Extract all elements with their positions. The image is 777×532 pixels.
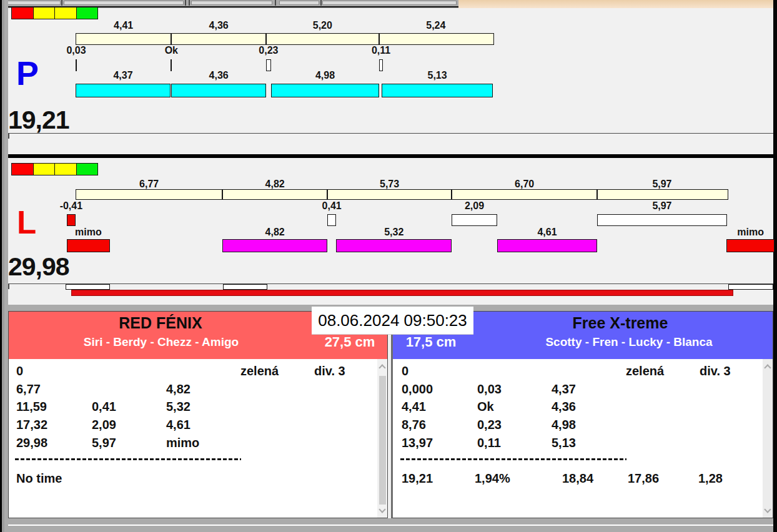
changeover-box	[597, 214, 727, 226]
status-light-cell	[12, 7, 34, 19]
plan-segment-label: 4,82	[244, 179, 306, 190]
run-segment-bar	[76, 84, 171, 97]
run-segment-label: mimo	[57, 227, 119, 238]
changeover-box	[266, 59, 271, 71]
run-segment-label: 4,98	[294, 70, 357, 81]
plan-segment-label: 5,73	[359, 179, 421, 190]
changeover-box	[452, 214, 497, 226]
plan-segment-label: 6,77	[118, 179, 181, 190]
run-segment-label: 5,32	[363, 227, 425, 238]
status-light-cell	[77, 164, 98, 175]
window-right-border	[773, 0, 777, 532]
run-segment-bar	[497, 239, 597, 252]
status-light-cell	[34, 164, 56, 175]
run-segment-bar	[222, 239, 327, 252]
changeover-label: 0,23	[237, 45, 300, 56]
status-lights-l	[11, 163, 98, 175]
panel-baseline-p	[8, 133, 773, 134]
elapsed-bar	[71, 290, 733, 296]
plan-bar-divider	[379, 33, 380, 45]
changeover-tick	[171, 59, 172, 71]
plan-bar-l	[76, 189, 728, 200]
changeover-tick	[76, 59, 77, 71]
plan-bar-divider	[327, 189, 328, 200]
plan-segment-label: 5,24	[405, 20, 467, 31]
changeover-label: 0,11	[350, 45, 412, 56]
background-tick	[189, 0, 190, 6]
changeover-label: 0,03	[45, 45, 107, 56]
run-segment-bar	[171, 84, 266, 97]
timeline-mark	[728, 284, 773, 290]
datetime-box: 08.06.2024 09:50:23	[312, 307, 473, 335]
timeline-mark	[66, 284, 110, 290]
background-window-fragment	[279, 1, 319, 5]
background-window-fragment	[191, 1, 272, 5]
lane-letter-l: L	[17, 207, 36, 239]
plan-segment-label: 6,70	[493, 179, 556, 190]
plan-segment-label: 5,97	[631, 179, 693, 190]
run-segment-label: 4,82	[244, 227, 306, 238]
status-light-cell	[34, 7, 56, 19]
plan-bar-divider	[451, 189, 452, 200]
plan-segment-label: 4,41	[92, 20, 155, 31]
run-segment-bar	[726, 239, 774, 252]
timeline-mark	[223, 284, 267, 290]
plan-bar-p	[76, 33, 494, 45]
background-window-tan	[458, 0, 773, 8]
background-tick	[275, 0, 276, 6]
background-tick	[320, 0, 322, 6]
status-light-cell	[55, 7, 77, 19]
run-segment-label: 4,37	[92, 70, 154, 81]
plan-bar-divider	[265, 33, 267, 45]
background-window-fragment	[64, 1, 184, 5]
changeover-label: 2,09	[443, 200, 506, 212]
run-segment-label: 5,13	[406, 70, 468, 81]
panel-baseline-l	[8, 283, 773, 284]
panel-baseline-tick	[8, 284, 9, 289]
team-panel-border	[391, 311, 773, 518]
panel-baseline-tick	[8, 134, 9, 139]
changeover-label: Ok	[140, 45, 202, 56]
run-segment-label: 4,61	[516, 227, 578, 238]
total-time-p: 19,21	[8, 107, 69, 133]
status-light-cell	[12, 164, 34, 175]
run-segment-label: 4,36	[187, 70, 250, 81]
background-window-fragment	[322, 1, 457, 5]
background-tick	[61, 0, 62, 6]
changeover-label: 5,97	[631, 200, 693, 212]
run-segment-bar	[382, 84, 493, 97]
run-segment-bar	[271, 84, 379, 97]
status-light-cell	[77, 7, 98, 19]
changeover-box	[67, 214, 76, 226]
plan-bar-divider	[171, 33, 172, 45]
changeover-box	[327, 214, 336, 226]
background-window-fragment	[7, 1, 61, 5]
changeover-label: -0,41	[40, 200, 102, 212]
changeover-label: 0,41	[300, 200, 363, 212]
total-time-l: 29,98	[8, 254, 69, 280]
run-segment-bar	[67, 239, 110, 252]
run-segment-bar	[336, 239, 452, 252]
plan-bar-divider	[222, 189, 223, 200]
lane-letter-p: P	[16, 56, 39, 90]
background-tick	[185, 0, 186, 6]
plan-bar-divider	[596, 189, 598, 200]
footer-bottom-line	[8, 525, 773, 526]
plan-segment-label: 5,20	[291, 20, 354, 31]
plan-segment-label: 4,36	[187, 20, 250, 31]
status-lights-p	[11, 7, 98, 19]
team-panel-border	[8, 311, 388, 518]
changeover-box	[379, 59, 383, 71]
status-light-cell	[55, 164, 77, 175]
panel-divider	[8, 154, 773, 158]
run-segment-label: mimo	[720, 227, 777, 238]
